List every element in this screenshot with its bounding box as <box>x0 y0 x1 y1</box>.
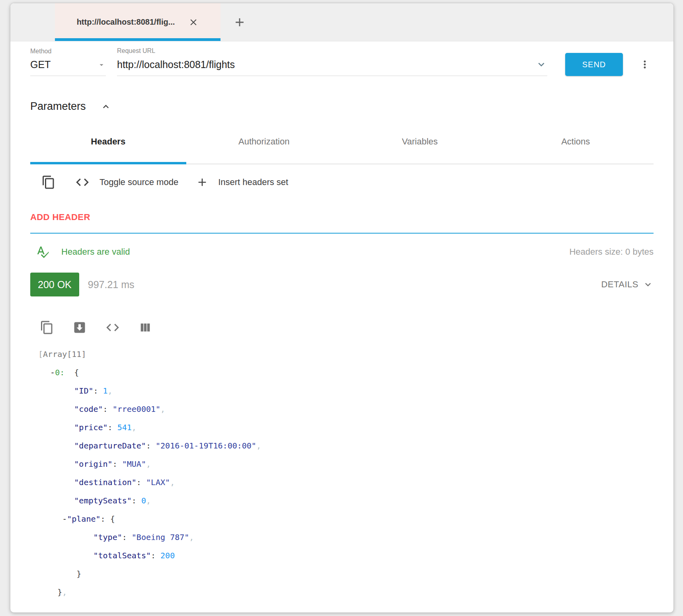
json-token-punct: : <box>146 441 156 450</box>
json-token-punct: } <box>76 569 81 579</box>
json-token-arrlabel: Array[11] <box>43 349 86 359</box>
copy-response-button[interactable] <box>40 320 54 335</box>
add-header-button[interactable]: ADD HEADER <box>30 212 90 222</box>
json-line: } <box>38 565 654 583</box>
json-token-string: "Boeing 787" <box>132 532 189 542</box>
response-json-tree: [Array[11]-0: {"ID": 1,"code": "rree0001… <box>30 345 654 601</box>
json-token-string: "rree0001" <box>113 404 160 414</box>
tab-actions-label: Actions <box>561 136 590 147</box>
json-token-key: "departureDate" <box>74 441 146 450</box>
parameters-tabs: Headers Authorization Variables Actions <box>30 120 654 164</box>
send-button[interactable]: SEND <box>565 53 623 76</box>
download-box-icon <box>72 320 87 335</box>
json-line: "emptySeats": 0, <box>38 491 654 510</box>
json-token-key: "price" <box>74 423 107 432</box>
chevron-up-icon <box>100 101 111 112</box>
close-tab-icon[interactable] <box>188 17 199 27</box>
json-token-comma: , <box>62 587 67 597</box>
json-token-comma: , <box>160 404 165 414</box>
tab-authorization-label: Authorization <box>238 136 289 147</box>
active-tab-indicator <box>55 38 221 41</box>
json-token-punct: : <box>137 478 146 487</box>
tab-actions[interactable]: Actions <box>498 120 654 164</box>
save-response-button[interactable] <box>72 320 87 335</box>
toggle-source-mode-label[interactable]: Toggle source mode <box>100 177 178 187</box>
json-line: "price": 541, <box>38 418 654 437</box>
json-token-number: 200 <box>160 551 175 560</box>
copy-icon <box>41 175 56 189</box>
kebab-icon <box>639 58 651 70</box>
json-token-number: 1 <box>103 386 108 396</box>
url-label: Request URL <box>117 47 547 55</box>
json-token-string: "2016-01-19T16:00:00" <box>156 441 256 450</box>
response-table-button[interactable] <box>139 321 152 334</box>
headers-validation-row: Headers are valid Headers size: 0 bytes <box>30 240 654 264</box>
json-token-comma: , <box>256 441 261 450</box>
active-parameters-tab-indicator <box>30 162 186 164</box>
url-expand-icon[interactable] <box>535 58 547 70</box>
json-token-punct: : { <box>101 514 115 524</box>
url-value[interactable]: http://localhost:8081/flights <box>117 59 235 70</box>
details-button[interactable]: DETAILS <box>601 279 654 290</box>
tab-variables-label: Variables <box>402 136 438 147</box>
parameters-collapse-button[interactable] <box>100 101 111 112</box>
url-field[interactable]: Request URL http://localhost:8081/flight… <box>117 47 547 76</box>
method-dropdown-icon[interactable] <box>97 60 106 69</box>
request-tab[interactable]: http://localhost:8081/flig... <box>55 3 221 41</box>
copy-icon <box>40 320 54 335</box>
json-line: "totalSeats": 200 <box>38 546 654 565</box>
json-token-punct: : <box>122 532 132 542</box>
json-token-key: "origin" <box>74 459 112 469</box>
method-label: Method <box>30 48 106 55</box>
json-token-punct: : <box>113 459 122 469</box>
toggle-source-mode-button[interactable] <box>75 175 90 190</box>
app-window: http://localhost:8081/flig... Method GET… <box>10 3 674 613</box>
json-line: [Array[11] <box>38 345 654 363</box>
headers-toolbar: Toggle source mode Insert headers set <box>30 170 654 195</box>
json-token-punct: { <box>64 368 79 377</box>
insert-headers-set-label[interactable]: Insert headers set <box>218 177 288 187</box>
plus-icon <box>196 176 209 189</box>
collapse-toggle[interactable]: - <box>50 368 55 377</box>
json-line: "destination": "LAX", <box>38 473 654 491</box>
json-line: "ID": 1, <box>38 382 654 400</box>
code-icon <box>105 320 120 335</box>
tab-authorization[interactable]: Authorization <box>186 120 342 164</box>
chevron-down-icon <box>642 279 654 290</box>
json-token-key: "plane" <box>67 514 100 524</box>
tab-variables[interactable]: Variables <box>342 120 498 164</box>
json-token-comma: , <box>189 532 194 542</box>
json-token-punct: } <box>57 587 62 597</box>
plus-icon <box>233 16 246 29</box>
copy-headers-button[interactable] <box>41 175 56 189</box>
json-token-key: "ID" <box>74 386 93 396</box>
json-line: "departureDate": "2016-01-19T16:00:00", <box>38 437 654 455</box>
request-tab-title: http://localhost:8081/flig... <box>77 18 175 27</box>
response-source-button[interactable] <box>105 320 120 335</box>
json-line: "origin": "MUA", <box>38 455 654 473</box>
more-options-button[interactable] <box>636 55 654 74</box>
json-token-string: "LAX" <box>146 478 170 487</box>
insert-headers-set-button[interactable] <box>196 176 209 189</box>
headers-size-text: Headers size: 0 bytes <box>569 247 654 257</box>
json-line: "code": "rree0001", <box>38 400 654 418</box>
json-token-key: "type" <box>93 532 122 542</box>
json-token-string: "MUA" <box>122 459 146 469</box>
json-token-key: "destination" <box>74 478 137 487</box>
json-token-number: 541 <box>117 423 132 432</box>
json-token-comma: , <box>108 386 113 396</box>
collapse-toggle[interactable]: - <box>62 514 67 524</box>
json-token-bracket: [ <box>38 349 43 359</box>
tab-bar: http://localhost:8081/flig... <box>10 3 673 41</box>
columns-icon <box>139 321 152 334</box>
json-token-key: "totalSeats" <box>93 551 151 560</box>
json-token-punct: : <box>103 404 113 414</box>
json-token-key: "emptySeats" <box>74 496 132 505</box>
new-tab-button[interactable] <box>228 3 251 41</box>
json-token-punct: : <box>108 423 117 432</box>
json-token-comma: , <box>146 459 151 469</box>
method-select[interactable]: Method GET <box>30 48 106 76</box>
json-token-comma: , <box>146 496 151 505</box>
tab-headers[interactable]: Headers <box>30 120 186 164</box>
response-status-row: 200 OK 997.21 ms DETAILS <box>30 272 654 297</box>
